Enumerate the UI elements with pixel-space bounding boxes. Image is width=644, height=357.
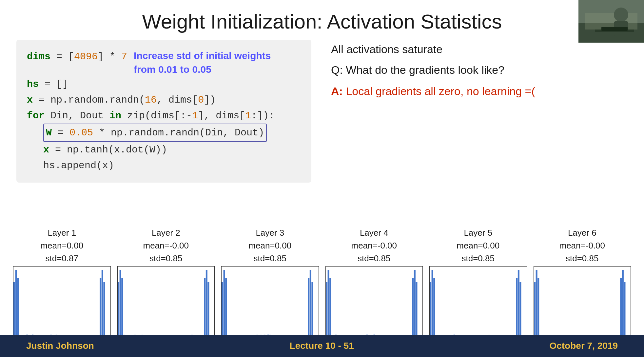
chart-svg-3 xyxy=(221,266,319,338)
chart-svg-1 xyxy=(13,266,111,338)
code-row-7: hs.append(x) xyxy=(27,158,301,173)
footer-left: Justin Johnson xyxy=(26,341,94,351)
svg-rect-59 xyxy=(118,267,209,339)
code-line-2: hs = [] xyxy=(27,76,68,92)
answer-body: Local gradients all zero, no learning =( xyxy=(346,85,535,97)
code-line-3: x = np.random.randn(16, dims[0]) xyxy=(27,92,216,108)
chart-label-5: Layer 5mean=0.00std=0.85 xyxy=(457,227,499,265)
annotation-text: Increase std of initial weights from 0.0… xyxy=(134,49,271,76)
code-line-6: x = np.tanh(x.dot(W)) xyxy=(43,142,167,158)
svg-rect-263 xyxy=(534,267,626,339)
chart-item-1: Layer 1mean=0.00std=0.87-101 xyxy=(13,227,111,348)
svg-rect-262 xyxy=(519,282,521,339)
svg-rect-214 xyxy=(432,270,433,339)
chart-item-2: Layer 2mean=-0.00std=0.85-101 xyxy=(117,227,215,348)
svg-rect-311 xyxy=(620,278,622,339)
chart-item-3: Layer 3mean=0.00std=0.85-101 xyxy=(221,227,319,348)
svg-rect-215 xyxy=(433,278,435,339)
answer-text: A: Local gradients all zero, no learning… xyxy=(331,83,628,99)
svg-rect-162 xyxy=(326,282,327,339)
left-panel: dims = [4096] * 7 Increase std of initia… xyxy=(16,40,311,223)
svg-rect-164 xyxy=(329,278,331,339)
chart-item-6: Layer 6mean=-0.00std=0.85-101 xyxy=(534,227,631,348)
svg-rect-8 xyxy=(13,267,105,339)
svg-rect-212 xyxy=(430,267,521,339)
chart-svg-5 xyxy=(429,266,527,338)
svg-rect-9 xyxy=(13,282,15,339)
code-row-5: W = 0.05 * np.random.randn(Din, Dout) xyxy=(27,124,301,142)
svg-rect-110 xyxy=(222,267,313,339)
code-row-4: for Din, Dout in zip(dims[:-1], dims[1:]… xyxy=(27,108,301,124)
code-line-5-highlighted: W = 0.05 * np.random.randn(Din, Dout) xyxy=(43,124,267,142)
right-panel: All activations saturate Q: What do the … xyxy=(331,40,628,223)
code-row-6: x = np.tanh(x.dot(W)) xyxy=(27,142,301,158)
svg-rect-10 xyxy=(15,270,17,339)
svg-rect-266 xyxy=(537,278,539,339)
slide-title: Weight Initialization: Activation Statis… xyxy=(0,0,644,40)
main-content: dims = [4096] * 7 Increase std of initia… xyxy=(0,40,644,223)
svg-rect-62 xyxy=(121,278,123,339)
svg-rect-56 xyxy=(100,278,101,339)
slide-container: Weight Initialization: Activation Statis… xyxy=(0,0,644,357)
code-line-1: dims = [4096] * 7 xyxy=(27,49,127,65)
svg-rect-265 xyxy=(536,270,537,339)
charts-area: Layer 1mean=0.00std=0.87-101Layer 2mean=… xyxy=(0,223,644,335)
svg-rect-7 xyxy=(601,27,628,31)
saturation-text: All activations saturate xyxy=(331,43,628,56)
answer-label: A: xyxy=(331,85,343,97)
chart-label-1: Layer 1mean=0.00std=0.87 xyxy=(40,227,83,265)
svg-rect-261 xyxy=(518,270,519,339)
svg-rect-213 xyxy=(430,282,431,339)
svg-rect-60 xyxy=(118,282,119,339)
svg-rect-11 xyxy=(17,278,19,339)
svg-rect-107 xyxy=(204,278,205,339)
chart-item-5: Layer 5mean=0.00std=0.85-101 xyxy=(429,227,527,348)
chart-svg-6 xyxy=(534,266,631,338)
svg-rect-260 xyxy=(516,278,517,339)
svg-rect-210 xyxy=(414,270,415,339)
svg-rect-112 xyxy=(224,270,225,339)
svg-rect-61 xyxy=(119,270,121,339)
footer-center: Lecture 10 - 51 xyxy=(290,341,354,351)
svg-rect-163 xyxy=(327,270,329,339)
svg-rect-211 xyxy=(416,282,417,339)
svg-rect-111 xyxy=(222,282,223,339)
svg-rect-161 xyxy=(326,267,418,339)
chart-label-4: Layer 4mean=-0.00std=0.85 xyxy=(351,227,397,265)
chart-label-2: Layer 2mean=-0.00std=0.85 xyxy=(143,227,189,265)
code-row-3: x = np.random.randn(16, dims[0]) xyxy=(27,92,301,108)
chart-svg-2 xyxy=(117,266,215,338)
chart-item-4: Layer 4mean=-0.00std=0.85-101 xyxy=(325,227,423,348)
chart-svg-4 xyxy=(325,266,423,338)
code-block: dims = [4096] * 7 Increase std of initia… xyxy=(16,40,311,183)
code-row-1: dims = [4096] * 7 Increase std of initia… xyxy=(27,49,301,76)
svg-rect-312 xyxy=(622,270,623,339)
svg-rect-160 xyxy=(311,282,313,339)
svg-rect-158 xyxy=(308,278,309,339)
svg-rect-57 xyxy=(102,270,103,339)
code-line-7: hs.append(x) xyxy=(43,158,114,173)
code-line-4: for Din, Dout in zip(dims[:-1], dims[1:]… xyxy=(27,108,275,124)
chart-label-3: Layer 3mean=0.00std=0.85 xyxy=(248,227,291,265)
code-row-2: hs = [] xyxy=(27,76,301,92)
svg-rect-264 xyxy=(534,282,536,339)
svg-rect-58 xyxy=(103,282,105,339)
svg-rect-113 xyxy=(225,278,227,339)
question-text: Q: What do the gradients look like? xyxy=(331,62,628,78)
svg-rect-209 xyxy=(412,278,414,339)
svg-rect-108 xyxy=(205,270,207,339)
camera-thumbnail xyxy=(578,0,644,43)
footer-right: October 7, 2019 xyxy=(549,341,618,351)
bottom-bar: Justin Johnson Lecture 10 - 51 October 7… xyxy=(0,335,644,357)
svg-rect-313 xyxy=(624,282,625,339)
svg-rect-159 xyxy=(310,270,311,339)
svg-rect-109 xyxy=(207,282,209,339)
svg-point-4 xyxy=(614,8,628,22)
chart-label-6: Layer 6mean=-0.00std=0.85 xyxy=(559,227,605,265)
